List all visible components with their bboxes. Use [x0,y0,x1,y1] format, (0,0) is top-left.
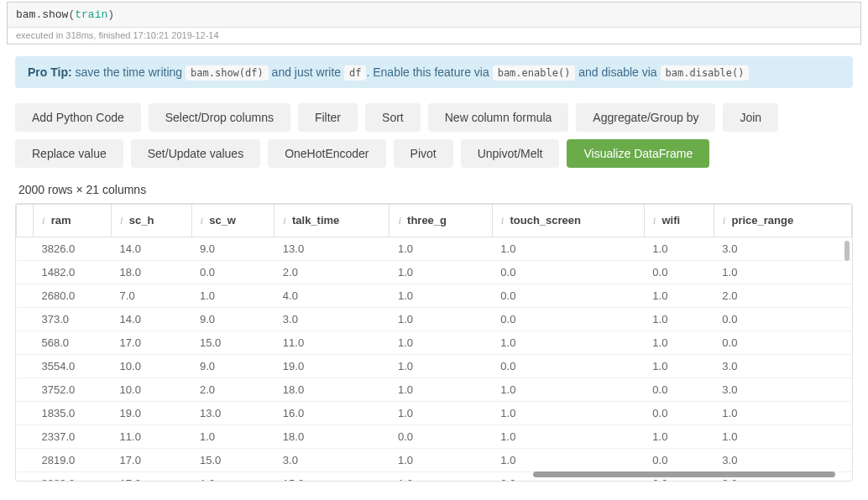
column-header-touch_screen[interactable]: itouch_screen [492,205,644,237]
table-cell: 0.0 [492,308,644,331]
table-cell: 9.0 [191,237,275,261]
select-drop-button[interactable]: Select/Drop columns [149,103,290,132]
table-cell: 3.0 [714,378,851,402]
table-cell: 3.0 [714,237,851,261]
table-cell: 4.0 [275,284,390,308]
column-header-three_g[interactable]: ithree_g [390,205,492,237]
table-cell: 17.0 [112,472,191,482]
table-row[interactable]: 3752.010.02.018.01.01.00.03.0 [17,378,852,402]
table-cell: 3.0 [275,449,390,472]
protip-code: bam.show(df) [186,65,269,81]
table-body: 3826.014.09.013.01.01.01.03.01482.018.00… [17,237,852,482]
table-cell: 1.0 [492,425,644,449]
table-cell: 3.0 [714,449,851,472]
table-cell: 1.0 [191,425,275,449]
unpivot-button[interactable]: Unpivot/Melt [461,139,560,168]
table-cell: 13.0 [275,237,390,261]
table-cell: 18.0 [275,378,390,402]
protip-code: bam.disable() [661,65,750,81]
table-row[interactable]: 373.014.09.03.01.00.01.00.0 [17,308,852,331]
table-cell: 1.0 [644,237,714,261]
code-input[interactable]: bam.show(train) [8,3,860,28]
table-cell: 3554.0 [34,355,112,378]
horizontal-scrollbar-thumb[interactable] [533,471,835,477]
table-cell: 9.0 [191,308,275,331]
output-area: Pro Tip: save the time writing bam.show(… [0,44,868,490]
dataframe-table: iramisc_hisc_witalk_timeithree_gitouch_s… [16,204,852,481]
join-button[interactable]: Join [723,103,778,132]
table-row[interactable]: 2680.07.01.04.01.00.01.02.0 [17,284,852,308]
onehot-button[interactable]: OneHotEncoder [268,139,385,168]
table-cell: 0.0 [644,402,714,425]
table-cell: 2680.0 [34,284,112,308]
table-cell: 15.0 [191,331,275,355]
table-cell: 0.0 [191,261,275,284]
table-cell: 1.0 [492,331,644,355]
index-cell [17,308,34,331]
sort-button[interactable]: Sort [365,103,421,132]
table-cell: 1.0 [390,355,492,378]
table-scroll[interactable]: iramisc_hisc_witalk_timeithree_gitouch_s… [16,204,852,481]
aggregate-button[interactable]: Aggregate/Group by [576,103,715,132]
table-cell: 10.0 [112,355,191,378]
table-cell: 0.0 [492,355,644,378]
new-column-button[interactable]: New column formula [428,103,569,132]
column-header-ram[interactable]: iram [34,205,112,237]
table-row[interactable]: 1835.019.013.016.01.01.00.01.0 [17,402,852,425]
table-cell: 1.0 [644,308,714,331]
table-row[interactable]: 3826.014.09.013.01.01.01.03.0 [17,237,852,261]
table-cell: 0.0 [492,261,644,284]
table-row[interactable]: 1482.018.00.02.01.00.00.01.0 [17,261,852,284]
table-row[interactable]: 2337.011.01.018.00.01.01.01.0 [17,425,852,449]
table-cell: 3.0 [714,355,851,378]
table-row[interactable]: 568.017.015.011.01.01.01.00.0 [17,331,852,355]
add-python-button[interactable]: Add Python Code [15,103,141,132]
vertical-scrollbar-thumb[interactable] [844,241,850,261]
table-cell: 1.0 [390,472,492,482]
column-header-price_range[interactable]: iprice_range [714,205,851,237]
shape-text: 2000 rows × 21 columns [15,183,853,196]
table-cell: 19.0 [275,355,390,378]
table-cell: 1482.0 [34,261,112,284]
table-row[interactable]: 2819.017.015.03.01.01.00.03.0 [17,449,852,472]
column-header-wifi[interactable]: iwifi [644,205,714,237]
visualize-button[interactable]: Visualize DataFrame [567,139,709,168]
set-update-button[interactable]: Set/Update values [131,139,260,168]
type-icon: i [653,214,656,227]
table-cell: 15.0 [275,472,390,482]
protip-banner: Pro Tip: save the time writing bam.show(… [15,56,853,88]
table-cell: 10.0 [112,378,191,402]
action-buttons: Add Python Code Select/Drop columns Filt… [15,103,853,168]
column-label: three_g [407,214,447,227]
table-cell: 14.0 [112,237,191,261]
table-cell: 1.0 [390,449,492,472]
table-cell: 1.0 [191,284,275,308]
table-cell: 9.0 [191,355,275,378]
index-cell [17,425,34,449]
dataframe-table-wrapper: iramisc_hisc_witalk_timeithree_gitouch_s… [15,203,853,482]
table-cell: 1.0 [390,284,492,308]
table-cell: 18.0 [275,425,390,449]
column-label: price_range [731,214,793,227]
column-header-sc_w[interactable]: isc_w [191,205,275,237]
table-cell: 1.0 [492,378,644,402]
table-cell: 1.0 [390,261,492,284]
table-cell: 7.0 [112,284,191,308]
table-cell: 17.0 [112,449,191,472]
type-icon: i [501,214,505,227]
table-cell: 1.0 [492,402,644,425]
table-cell: 0.0 [492,284,644,308]
index-cell [17,402,34,425]
column-header-sc_h[interactable]: isc_h [112,205,191,237]
filter-button[interactable]: Filter [298,103,358,132]
column-label: talk_time [292,214,339,227]
column-label: sc_h [129,214,154,227]
pivot-button[interactable]: Pivot [394,139,453,168]
column-header-talk_time[interactable]: italk_time [275,205,390,237]
table-cell: 3283.0 [34,472,112,482]
column-label: sc_w [209,214,236,227]
index-header[interactable] [17,205,34,237]
table-row[interactable]: 3554.010.09.019.01.00.01.03.0 [17,355,852,378]
replace-value-button[interactable]: Replace value [15,139,123,168]
table-cell: 16.0 [275,402,390,425]
